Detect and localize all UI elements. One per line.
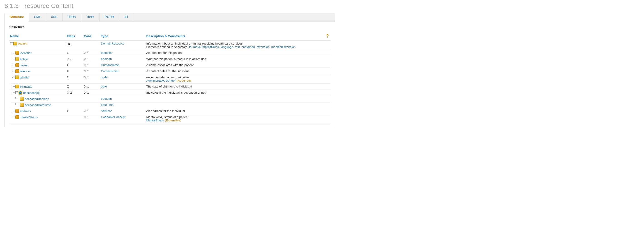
type-link-maritalStatus[interactable]: CodeableConcept [101, 115, 125, 119]
name-cell-name: ├─ name [9, 62, 66, 68]
type-cell-deceasedDateTime: dateTime [100, 102, 145, 108]
empty-col-identifier [322, 50, 330, 56]
ancestor-link-modifierExtension[interactable]: modifierExtension [271, 45, 296, 49]
type-link-telecom[interactable]: ContactPoint [101, 69, 118, 73]
card-cell-deceased: 0..1 [83, 90, 100, 96]
tab-xml[interactable]: XML [46, 13, 63, 21]
name-cell-identifier: ├─ identifier [9, 50, 66, 56]
table-row: ├─ birthDateΣ0..1dateThe date of birth f… [9, 84, 330, 90]
type-link-patient[interactable]: DomainResource [101, 42, 124, 45]
name-link-active[interactable]: active [20, 57, 28, 61]
flags-cell-active: ?! Σ [66, 56, 83, 62]
tree-line-name: ├ [11, 64, 13, 67]
tree-line-gender: ├ [11, 76, 13, 79]
table-row: └─ deceasedDateTimedateTime [9, 102, 330, 108]
type-link-identifier[interactable]: Identifier [101, 51, 112, 54]
name-cell-active: ├─ active [9, 56, 66, 62]
type-link-address[interactable]: Address [101, 109, 112, 113]
ancestor-link-meta[interactable]: meta [193, 45, 200, 49]
tree-dash-birthDate: ─ [13, 85, 15, 88]
ancestor-link-text[interactable]: text [235, 45, 240, 49]
marital-status-link[interactable]: MaritalStatus [146, 119, 164, 122]
type-link-gender[interactable]: code [101, 76, 108, 79]
tab-json[interactable]: JSON [63, 13, 81, 21]
name-link-patient[interactable]: Patient [18, 42, 28, 45]
type-link-name[interactable]: HumanName [101, 63, 119, 67]
type-cell-gender: code [100, 74, 145, 84]
type-link-birthDate[interactable]: date [101, 85, 107, 88]
tab-r4diff[interactable]: R4 Diff [100, 13, 120, 21]
desc-cell-identifier: An identifier for this patient [146, 50, 322, 56]
card-cell-gender: 0..1 [83, 74, 100, 84]
ancestor-link-language[interactable]: language [221, 45, 234, 49]
desc-cell-deceased: Indicates if the individual is deceased … [146, 90, 322, 96]
title-text: Resource Content [22, 2, 74, 9]
table-row: ├─ genderΣ0..1codemale | female | other … [9, 74, 330, 84]
type-link-active[interactable]: boolean [101, 57, 112, 61]
flags-cell-gender: Σ [66, 74, 83, 84]
ancestor-link-extension[interactable]: extension [256, 45, 270, 49]
tree-line2-deceasedDateTime: └─ [15, 103, 20, 107]
admin-gender-link[interactable]: AdministrativeGender [146, 79, 176, 82]
tab-uml[interactable]: UML [29, 13, 46, 21]
tree-dash-active: ─ [13, 57, 15, 61]
type-cell-deceasedBoolean: boolean [100, 96, 145, 102]
content-area: Structure Name Flags Card. [5, 21, 335, 127]
empty-col-name [322, 62, 330, 68]
col-header-name: Name [9, 32, 66, 41]
page-container: 8.1.3 Resource Content StructureUMLXMLJS… [0, 0, 340, 132]
row-icon-gender [16, 76, 19, 79]
name-link-identifier[interactable]: identifier [20, 51, 32, 55]
tabs-bar: StructureUMLXMLJSONTurtleR4 DiffAll [5, 13, 335, 21]
name-link-deceasedDateTime[interactable]: deceasedDateTime [25, 103, 51, 107]
tree-dash-telecom: ─ [13, 70, 15, 73]
col-header-desc: Description & Constraints [146, 32, 322, 41]
row-icon-active [16, 57, 19, 61]
type-link-deceasedBoolean[interactable]: boolean [101, 97, 112, 100]
tab-turtle[interactable]: Turtle [81, 13, 100, 21]
name-link-birthDate[interactable]: birthDate [20, 85, 32, 88]
empty-col-deceasedBoolean [322, 96, 330, 102]
type-link-deceasedDateTime[interactable]: dateTime [101, 103, 114, 107]
name-link-deceased[interactable]: deceased[x] [23, 91, 40, 95]
desc-cell-deceasedBoolean [146, 96, 322, 102]
name-cell-deceasedDateTime: └─ deceasedDateTime [9, 102, 66, 108]
tree-line-identifier: ├ [11, 51, 13, 55]
name-link-name[interactable]: name [20, 64, 28, 67]
flags-cell-deceased: ?! Σ [66, 90, 83, 96]
name-link-maritalStatus[interactable]: maritalStatus [20, 116, 38, 119]
card-cell-active: 0..1 [83, 56, 100, 62]
desc-cell-name: A name associated with the patient [146, 62, 322, 68]
type-cell-active: boolean [100, 56, 145, 62]
help-icon[interactable]: ? [326, 33, 329, 38]
type-cell-name: HumanName [100, 62, 145, 68]
page-title: 8.1.3 Resource Content [4, 2, 335, 9]
table-row: ├─ -?deceased[x]?! Σ0..1Indicates if the… [9, 90, 330, 96]
ancestor-link-contained[interactable]: contained [242, 45, 255, 49]
name-link-telecom[interactable]: telecom [20, 70, 30, 73]
table-row: ├─ addressΣ0..*AddressAn address for the… [9, 108, 330, 114]
name-link-deceasedBoolean[interactable]: deceasedBoolean [25, 97, 49, 101]
name-link-gender[interactable]: gender [20, 76, 30, 79]
type-cell-birthDate: date [100, 84, 145, 90]
tree-dash-gender: ─ [13, 76, 15, 79]
desc-text-patient: Information about an individual or anima… [146, 42, 320, 45]
row-icon-maritalStatus [16, 115, 19, 119]
type-cell-identifier: Identifier [100, 50, 145, 56]
tree-line-deceased: ├ [11, 91, 13, 95]
row-icon-name [16, 63, 19, 67]
tree-line-address: ├ [11, 110, 13, 113]
ancestor-link-id[interactable]: id [189, 45, 192, 49]
expand-btn-deceased[interactable]: - [16, 91, 18, 94]
tree-line-maritalStatus: └ [11, 116, 13, 119]
ancestor-link-implicitRules[interactable]: implicitRules [202, 45, 219, 49]
name-link-address[interactable]: address [20, 110, 31, 113]
desc-text-deceased: Indicates if the individual is deceased … [146, 91, 206, 94]
expand-btn-patient[interactable]: - [10, 42, 13, 45]
flags-cell-telecom: Σ [66, 68, 83, 74]
tab-all[interactable]: All [120, 13, 133, 21]
card-cell-name: 0..* [83, 62, 100, 68]
card-cell-maritalStatus: 0..1 [83, 114, 100, 123]
tab-structure[interactable]: Structure [5, 13, 29, 21]
desc-link-marital: MaritalStatus (Extensible) [146, 119, 320, 122]
